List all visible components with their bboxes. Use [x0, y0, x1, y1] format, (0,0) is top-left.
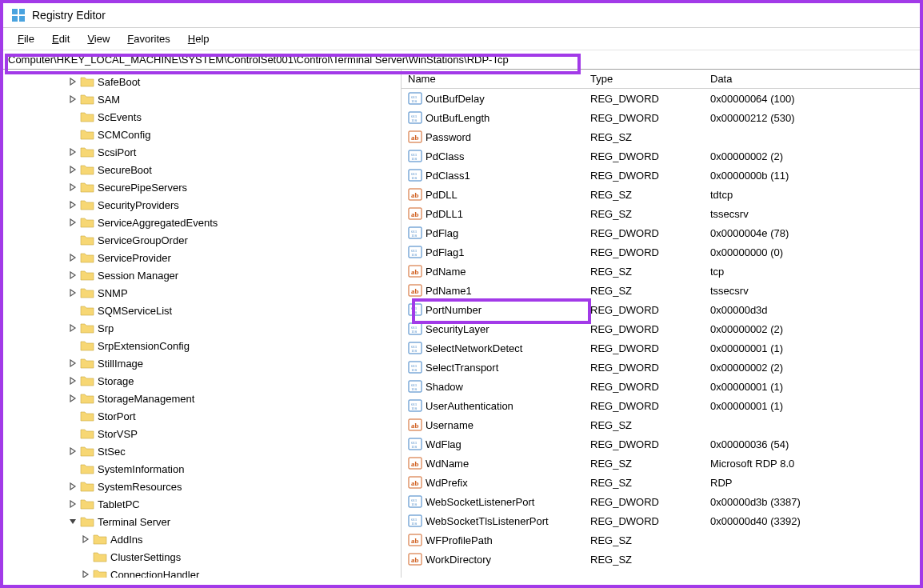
expander-icon[interactable]: [67, 217, 78, 228]
value-row[interactable]: abPdNameREG_SZtcp: [402, 262, 920, 281]
expander-icon[interactable]: [67, 164, 78, 175]
value-data: 0x00000064 (100): [704, 93, 920, 105]
tree-item[interactable]: SAM: [3, 90, 401, 108]
menu-favorites[interactable]: Favorites: [119, 30, 178, 48]
expander-icon[interactable]: [67, 287, 78, 298]
menu-view[interactable]: View: [79, 30, 118, 48]
expander-icon[interactable]: [67, 516, 78, 527]
tree-item[interactable]: Srp: [3, 319, 401, 337]
tree-item[interactable]: StorPort: [3, 407, 401, 425]
expander-icon[interactable]: [80, 551, 91, 562]
value-row[interactable]: 011110PdFlag1REG_DWORD0x00000000 (0): [402, 242, 920, 262]
expander-icon[interactable]: [67, 182, 78, 193]
tree-item[interactable]: Terminal Server: [3, 513, 401, 530]
tree-item[interactable]: ServiceAggregatedEvents: [3, 214, 401, 231]
tree-item[interactable]: SystemResources: [3, 478, 401, 495]
expander-icon[interactable]: [67, 305, 78, 316]
tree-item[interactable]: SecurePipeServers: [3, 178, 401, 196]
menu-edit[interactable]: Edit: [44, 30, 78, 48]
tree-item[interactable]: ServiceProvider: [3, 249, 401, 266]
expander-icon[interactable]: [67, 234, 78, 246]
expander-icon[interactable]: [67, 322, 78, 334]
address-input[interactable]: [3, 50, 920, 69]
tree-item[interactable]: AddIns: [3, 530, 401, 548]
expander-icon[interactable]: [80, 534, 91, 545]
value-row[interactable]: 011110SecurityLayerREG_DWORD0x00000002 (…: [402, 319, 920, 338]
expander-icon[interactable]: [67, 94, 78, 105]
expander-icon[interactable]: [67, 481, 78, 492]
value-row[interactable]: 011110PdClassREG_DWORD0x00000002 (2): [402, 146, 920, 166]
tree-item[interactable]: StillImage: [3, 354, 401, 372]
value-row[interactable]: abUsernameREG_SZ: [402, 415, 920, 434]
value-row[interactable]: 011110OutBufDelayREG_DWORD0x00000064 (10…: [402, 89, 920, 108]
tree-item[interactable]: SCMConfig: [3, 126, 401, 143]
tree-item[interactable]: StorageManagement: [3, 390, 401, 407]
value-row[interactable]: abPdDLLREG_SZtdtcp: [402, 185, 920, 204]
value-name: SecurityLayer: [426, 323, 489, 335]
expander-icon[interactable]: [67, 129, 78, 140]
expander-icon[interactable]: [67, 428, 78, 439]
tree-pane[interactable]: SafeBootSAMScEventsSCMConfigScsiPortSecu…: [3, 70, 402, 578]
binary-value-icon: 011110: [408, 226, 422, 239]
expander-icon[interactable]: [80, 569, 91, 578]
expander-icon[interactable]: [67, 375, 78, 386]
expander-icon[interactable]: [67, 340, 78, 351]
tree-item[interactable]: ScsiPort: [3, 143, 401, 161]
col-header-type[interactable]: Type: [584, 70, 704, 88]
value-row[interactable]: 011110UserAuthenticationREG_DWORD0x00000…: [402, 396, 920, 415]
tree-item[interactable]: Session Manager: [3, 266, 401, 284]
menu-file[interactable]: File: [10, 30, 42, 48]
expander-icon[interactable]: [67, 393, 78, 404]
value-row[interactable]: 011110OutBufLengthREG_DWORD0x00000212 (5…: [402, 108, 920, 127]
expander-icon[interactable]: [67, 463, 78, 474]
col-header-name[interactable]: Name: [402, 70, 584, 88]
tree-item[interactable]: SNMP: [3, 284, 401, 302]
menu-help[interactable]: Help: [180, 30, 218, 48]
expander-icon[interactable]: [67, 199, 78, 210]
expander-icon[interactable]: [67, 146, 78, 158]
list-pane[interactable]: Name Type Data 011110OutBufDelayREG_DWOR…: [402, 70, 920, 578]
tree-item[interactable]: TabletPC: [3, 495, 401, 513]
tree-item[interactable]: SecurityProviders: [3, 196, 401, 214]
value-row[interactable]: abPdName1REG_SZtssecsrv: [402, 281, 920, 300]
value-type: REG_DWORD: [584, 112, 704, 124]
value-row[interactable]: 011110WdFlagREG_DWORD0x00000036 (54): [402, 434, 920, 454]
binary-value-icon: 011110: [408, 169, 422, 182]
tree-item[interactable]: SecureBoot: [3, 161, 401, 178]
value-row[interactable]: 011110ShadowREG_DWORD0x00000001 (1): [402, 377, 920, 396]
value-row[interactable]: abWdNameREG_SZMicrosoft RDP 8.0: [402, 454, 920, 473]
tree-item[interactable]: SystemInformation: [3, 460, 401, 478]
tree-item[interactable]: ScEvents: [3, 108, 401, 126]
tree-item[interactable]: StorVSP: [3, 425, 401, 442]
value-row[interactable]: abPasswordREG_SZ: [402, 127, 920, 146]
value-row[interactable]: 011110SelectNetworkDetectREG_DWORD0x0000…: [402, 338, 920, 358]
tree-item[interactable]: SQMServiceList: [3, 302, 401, 319]
expander-icon[interactable]: [67, 76, 78, 87]
col-header-data[interactable]: Data: [704, 70, 920, 88]
expander-icon[interactable]: [67, 498, 78, 510]
value-row[interactable]: 011110PdFlagREG_DWORD0x0000004e (78): [402, 223, 920, 242]
tree-item[interactable]: StSec: [3, 442, 401, 460]
value-row[interactable]: 011110SelectTransportREG_DWORD0x00000002…: [402, 358, 920, 377]
tree-item[interactable]: SrpExtensionConfig: [3, 337, 401, 354]
value-row[interactable]: abPdDLL1REG_SZtssecsrv: [402, 204, 920, 223]
expander-icon[interactable]: [67, 410, 78, 422]
expander-icon[interactable]: [67, 270, 78, 281]
value-row[interactable]: abWdPrefixREG_SZRDP: [402, 473, 920, 492]
value-row[interactable]: abWorkDirectoryREG_SZ: [402, 550, 920, 569]
value-row[interactable]: 011110PdClass1REG_DWORD0x0000000b (11): [402, 166, 920, 185]
expander-icon[interactable]: [67, 358, 78, 369]
expander-icon[interactable]: [67, 252, 78, 263]
value-name: OutBufLength: [426, 112, 489, 124]
tree-item[interactable]: ServiceGroupOrder: [3, 231, 401, 249]
value-row[interactable]: 011110PortNumberREG_DWORD0x00000d3d: [402, 300, 920, 319]
expander-icon[interactable]: [67, 446, 78, 457]
tree-item[interactable]: SafeBoot: [3, 73, 401, 90]
expander-icon[interactable]: [67, 111, 78, 122]
tree-item[interactable]: ConnectionHandler: [3, 566, 401, 578]
tree-item[interactable]: Storage: [3, 372, 401, 390]
value-row[interactable]: 011110WebSocketTlsListenerPortREG_DWORD0…: [402, 511, 920, 530]
tree-item[interactable]: ClusterSettings: [3, 548, 401, 566]
value-row[interactable]: abWFProfilePathREG_SZ: [402, 530, 920, 550]
value-row[interactable]: 011110WebSocketListenerPortREG_DWORD0x00…: [402, 492, 920, 511]
